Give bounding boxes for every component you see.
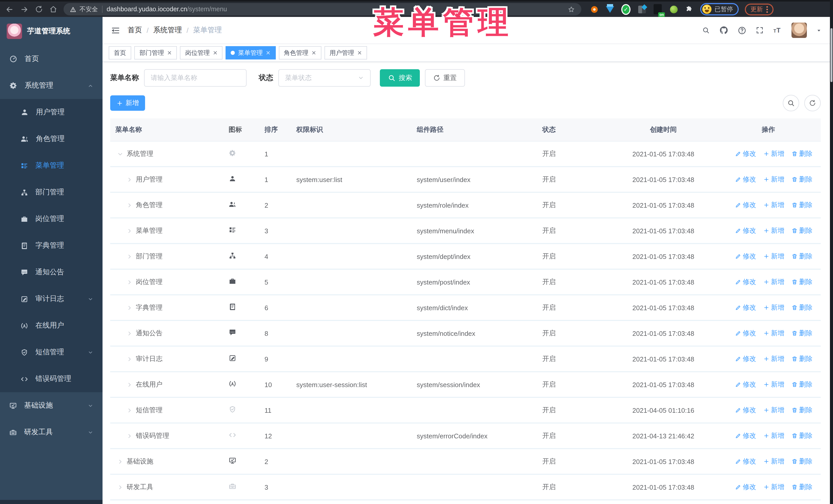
expand-arrow-icon[interactable]: [124, 177, 134, 182]
ext-orange-ring-icon[interactable]: [590, 5, 599, 14]
sidebar-item-10[interactable]: 在线用户: [0, 312, 102, 339]
add-link[interactable]: 新增: [763, 380, 784, 389]
expand-arrow-icon[interactable]: [124, 228, 134, 234]
add-link[interactable]: 新增: [763, 149, 784, 159]
delete-link[interactable]: 删除: [791, 329, 812, 338]
expand-arrow-icon[interactable]: [124, 356, 134, 362]
refresh-table-button[interactable]: [804, 95, 821, 111]
edit-link[interactable]: 修改: [735, 149, 756, 159]
menu-name-input[interactable]: 请输入菜单名称: [144, 69, 246, 87]
fullscreen-icon[interactable]: [756, 26, 764, 34]
sidebar-item-5[interactable]: 部门管理: [0, 179, 102, 206]
reload-icon[interactable]: [35, 5, 43, 13]
edit-link[interactable]: 修改: [735, 252, 756, 261]
expand-arrow-icon[interactable]: [124, 305, 134, 310]
sidebar-item-14[interactable]: 研发工具: [0, 419, 102, 446]
expand-arrow-icon[interactable]: [124, 433, 134, 439]
delete-link[interactable]: 删除: [791, 457, 812, 466]
browser-update-button[interactable]: 更新: [745, 3, 774, 15]
sidebar-item-6[interactable]: 岗位管理: [0, 206, 102, 232]
add-link[interactable]: 新增: [763, 175, 784, 184]
forward-icon[interactable]: [20, 5, 29, 14]
collapse-arrow-icon[interactable]: [115, 151, 124, 157]
sidebar-item-1[interactable]: 系统管理: [0, 72, 102, 99]
browser-menu-icon[interactable]: [766, 6, 768, 13]
tab-首页[interactable]: 首页: [109, 46, 131, 59]
expand-arrow-icon[interactable]: [124, 331, 134, 336]
sidebar-item-3[interactable]: 角色管理: [0, 126, 102, 152]
window-scrollbar[interactable]: [830, 0, 833, 504]
delete-link[interactable]: 删除: [791, 175, 812, 184]
bookmark-star-icon[interactable]: [568, 5, 575, 13]
delete-link[interactable]: 删除: [791, 252, 812, 261]
expand-arrow-icon[interactable]: [124, 407, 134, 413]
breadcrumb-item-1[interactable]: 系统管理: [153, 26, 182, 35]
search-button[interactable]: 搜索: [380, 69, 420, 87]
add-link[interactable]: 新增: [763, 431, 784, 440]
add-link[interactable]: 新增: [763, 406, 784, 415]
reset-button[interactable]: 重置: [425, 69, 465, 87]
edit-link[interactable]: 修改: [735, 200, 756, 210]
close-icon[interactable]: ✕: [167, 49, 172, 56]
search-icon[interactable]: [702, 26, 710, 34]
delete-link[interactable]: 删除: [791, 149, 812, 159]
sidebar-item-8[interactable]: 通知公告: [0, 259, 102, 286]
add-link[interactable]: 新增: [763, 278, 784, 287]
avatar[interactable]: [791, 23, 807, 38]
add-link[interactable]: 新增: [763, 329, 784, 338]
sidebar-item-2[interactable]: 用户管理: [0, 99, 102, 126]
tab-角色管理[interactable]: 角色管理✕: [279, 46, 321, 59]
tab-岗位管理[interactable]: 岗位管理✕: [180, 46, 222, 59]
add-link[interactable]: 新增: [763, 457, 784, 466]
add-link[interactable]: 新增: [763, 354, 784, 363]
delete-link[interactable]: 删除: [791, 406, 812, 415]
delete-link[interactable]: 删除: [791, 482, 812, 492]
add-link[interactable]: 新增: [763, 200, 784, 210]
tab-部门管理[interactable]: 部门管理✕: [134, 46, 177, 59]
expand-arrow-icon[interactable]: [115, 484, 124, 490]
edit-link[interactable]: 修改: [735, 457, 756, 466]
tab-菜单管理[interactable]: 菜单管理✕: [226, 46, 276, 59]
sidebar-item-9[interactable]: 审计日志: [0, 286, 102, 312]
edit-link[interactable]: 修改: [735, 380, 756, 389]
close-icon[interactable]: ✕: [213, 49, 217, 56]
sidebar-logo[interactable]: 芋道管理系统: [0, 17, 102, 46]
ext-green-check-icon[interactable]: ✓: [621, 5, 630, 14]
close-icon[interactable]: ✕: [357, 49, 362, 56]
breadcrumb-item-0[interactable]: 首页: [128, 26, 142, 35]
add-button[interactable]: 新增: [110, 95, 145, 111]
delete-link[interactable]: 删除: [791, 354, 812, 363]
back-icon[interactable]: [5, 5, 14, 14]
sidebar-item-0[interactable]: 首页: [0, 46, 102, 72]
delete-link[interactable]: 删除: [791, 431, 812, 440]
edit-link[interactable]: 修改: [735, 482, 756, 492]
help-icon[interactable]: [738, 26, 746, 34]
add-link[interactable]: 新增: [763, 482, 784, 492]
add-link[interactable]: 新增: [763, 226, 784, 235]
window-scrollbar-thumb[interactable]: [830, 28, 832, 82]
edit-link[interactable]: 修改: [735, 303, 756, 312]
expand-arrow-icon[interactable]: [115, 459, 124, 464]
delete-link[interactable]: 删除: [791, 200, 812, 210]
sidebar-item-12[interactable]: 错误码管理: [0, 365, 102, 392]
toggle-search-button[interactable]: [783, 95, 799, 111]
edit-link[interactable]: 修改: [735, 278, 756, 287]
close-icon[interactable]: ✕: [266, 49, 270, 56]
expand-arrow-icon[interactable]: [124, 202, 134, 208]
caret-down-icon[interactable]: [816, 27, 822, 33]
sidebar-item-11[interactable]: 短信管理: [0, 339, 102, 365]
profile-chip[interactable]: 已暂停: [700, 3, 739, 16]
ext-green-key-icon[interactable]: [669, 5, 678, 14]
close-icon[interactable]: ✕: [311, 49, 316, 56]
expand-arrow-icon[interactable]: [124, 382, 134, 387]
ext-grid-icon[interactable]: [637, 5, 646, 14]
github-icon[interactable]: [719, 26, 729, 35]
home-icon[interactable]: [49, 5, 57, 13]
tab-用户管理[interactable]: 用户管理✕: [325, 46, 367, 59]
add-link[interactable]: 新增: [763, 252, 784, 261]
expand-arrow-icon[interactable]: [124, 279, 134, 285]
ext-dark-on-icon[interactable]: on: [653, 5, 662, 14]
edit-link[interactable]: 修改: [735, 406, 756, 415]
hamburger-icon[interactable]: [111, 25, 120, 35]
security-chip[interactable]: 不安全: [70, 5, 98, 14]
